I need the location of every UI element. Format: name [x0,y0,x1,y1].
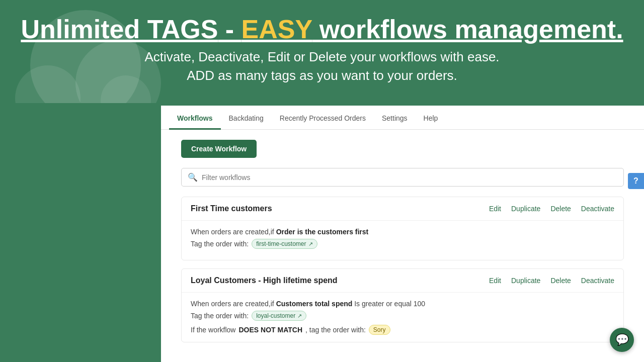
duplicate-workflow-1[interactable]: Duplicate [511,205,540,213]
external-link-icon-2: ↗ [297,313,302,319]
hero-title: Unlimited TAGS - EASY workflows manageme… [20,15,624,44]
no-match-line-2: If the workflow DOES NOT MATCH , tag the… [191,325,614,335]
search-bar: 🔍 [181,168,624,187]
tab-workflows[interactable]: Workflows [169,108,221,130]
tab-settings[interactable]: Settings [374,108,416,130]
tab-recently-processed[interactable]: Recently Processed Orders [272,108,374,130]
workflow-desc-bold-1: Order is the customers first [276,228,369,236]
tag-line-2: Tag the order with: loyal-customer ↗ [191,311,614,321]
hero-subtitle-line1: Activate, Deactivate, Edit or Delete you… [20,48,624,66]
workflow-body-2: When orders are created,if Customers tot… [182,293,623,342]
edit-workflow-1[interactable]: Edit [489,205,501,213]
workflow-desc-1: When orders are created,if Order is the … [191,228,614,236]
help-button[interactable]: ? [628,173,644,189]
no-match-prefix: If the workflow [191,326,235,334]
tab-backdating[interactable]: Backdating [221,108,272,130]
duplicate-workflow-2[interactable]: Duplicate [511,277,540,285]
tag-badge-2[interactable]: loyal-customer ↗ [252,311,306,321]
workflow-actions-1: Edit Duplicate Delete Deactivate [489,205,614,213]
delete-workflow-1[interactable]: Delete [550,205,571,213]
workflow-card-1: First Time customers Edit Duplicate Dele… [181,197,624,260]
sorry-badge: Sory [369,325,390,335]
hero-section: Unlimited TAGS - EASY workflows manageme… [0,0,644,103]
tab-help[interactable]: Help [416,108,446,130]
hero-title-easy: EASY [242,15,312,44]
deactivate-workflow-1[interactable]: Deactivate [581,205,614,213]
tag-line-1: Tag the order with: first-time-customer … [191,239,614,249]
hero-title-dash: - [218,15,241,44]
hero-subtitle-line2: ADD as many tags as you want to your ord… [20,66,624,84]
tag-badge-1[interactable]: first-time-customer ↗ [252,239,317,249]
tag-line-prefix-2: Tag the order with: [191,312,249,320]
workflow-desc-2: When orders are created,if Customers tot… [191,300,614,308]
chat-button[interactable]: 💬 [610,328,634,352]
no-match-bold: DOES NOT MATCH [238,326,302,334]
workflow-name-1: First Time customers [191,204,272,213]
workflow-name-2: Loyal Customers - High lifetime spend [191,276,338,285]
workflow-body-1: When orders are created,if Order is the … [182,221,623,260]
external-link-icon-1: ↗ [308,241,313,247]
search-input[interactable] [202,173,617,182]
create-workflow-button[interactable]: Create Workflow [181,140,257,158]
main-content: Create Workflow 🔍 First Time customers E… [161,130,644,362]
hero-title-part1: Unlimited TAGS [21,15,218,44]
tab-bar: Workflows Backdating Recently Processed … [161,106,644,130]
deactivate-workflow-2[interactable]: Deactivate [581,277,614,285]
edit-workflow-2[interactable]: Edit [489,277,501,285]
workflow-header-2: Loyal Customers - High lifetime spend Ed… [182,269,623,293]
hero-subtitle: Activate, Deactivate, Edit or Delete you… [20,48,624,84]
no-match-suffix: , tag the order with: [305,326,366,334]
workflow-actions-2: Edit Duplicate Delete Deactivate [489,277,614,285]
hero-title-part2: workflows management. [312,15,623,44]
workflow-desc-bold-2: Customers total spend [276,300,353,308]
app-panel: Workflows Backdating Recently Processed … [161,106,644,362]
workflow-card-2: Loyal Customers - High lifetime spend Ed… [181,268,624,342]
delete-workflow-2[interactable]: Delete [550,277,571,285]
workflow-header-1: First Time customers Edit Duplicate Dele… [182,197,623,221]
search-icon: 🔍 [188,172,198,182]
tag-line-prefix-1: Tag the order with: [191,240,249,248]
